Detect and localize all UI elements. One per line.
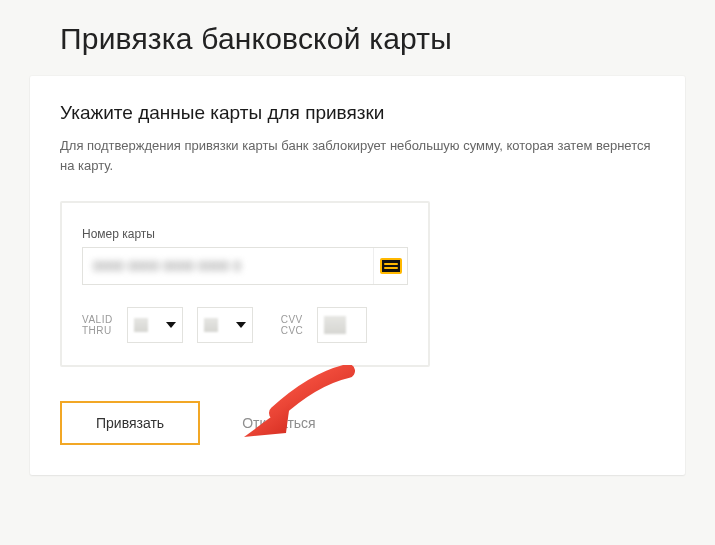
expiry-month-select[interactable] bbox=[127, 307, 183, 343]
cvv-input[interactable] bbox=[317, 307, 367, 343]
cvv-label: CVV CVC bbox=[281, 314, 304, 336]
page-title: Привязка банковской карты bbox=[30, 0, 685, 76]
cvv-label-line2: CVC bbox=[281, 325, 304, 336]
expiry-year-value bbox=[204, 318, 218, 332]
expiry-year-select[interactable] bbox=[197, 307, 253, 343]
chevron-down-icon bbox=[166, 322, 176, 328]
card-number-field-wrap bbox=[82, 247, 408, 285]
section-description: Для подтверждения привязки карты банк за… bbox=[60, 136, 655, 175]
card-form-panel: Укажите данные карты для привязки Для по… bbox=[30, 76, 685, 475]
valid-thru-label: VALID THRU bbox=[82, 314, 113, 336]
card-number-label: Номер карты bbox=[82, 227, 408, 241]
valid-thru-label-line1: VALID bbox=[82, 314, 113, 325]
chevron-down-icon bbox=[236, 322, 246, 328]
cvv-label-line1: CVV bbox=[281, 314, 304, 325]
expiry-month-value bbox=[134, 318, 148, 332]
valid-thru-label-line2: THRU bbox=[82, 325, 113, 336]
card-chip-icon bbox=[380, 258, 402, 274]
card-number-input[interactable] bbox=[83, 248, 373, 284]
card-brand-icon bbox=[373, 248, 407, 284]
bind-button[interactable]: Привязать bbox=[60, 401, 200, 445]
decline-button[interactable]: Отказаться bbox=[242, 415, 316, 431]
cvv-masked-value bbox=[324, 316, 346, 334]
section-title: Укажите данные карты для привязки bbox=[60, 102, 655, 124]
card-details-block: Номер карты VALID THRU bbox=[60, 201, 430, 367]
